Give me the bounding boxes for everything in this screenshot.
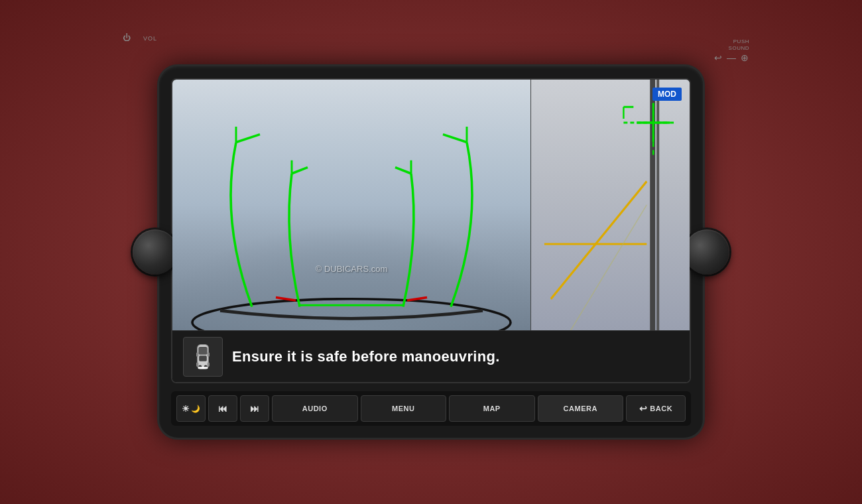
camera-views: © DUBICARS.com MOD	[172, 80, 690, 330]
mod-badge: MOD	[652, 88, 682, 101]
left-knob-labels: ⏻ VOL	[123, 33, 157, 42]
svg-rect-24	[198, 347, 207, 355]
svg-line-1	[236, 135, 260, 143]
skip-forward-button[interactable]: ⏭	[240, 395, 269, 422]
svg-line-10	[407, 297, 427, 300]
vol-label: VOL	[143, 35, 157, 42]
svg-point-0	[192, 299, 511, 330]
svg-line-3	[292, 167, 308, 173]
car-icon-box	[183, 337, 223, 377]
svg-rect-32	[198, 367, 208, 369]
menu-button[interactable]: MENU	[361, 395, 447, 422]
infotainment-unit: ⏻ VOL PUSH SOUND ↩ — ⊕	[159, 66, 703, 438]
parking-guide-lines	[172, 80, 530, 330]
skip-back-icon: ⏮	[218, 403, 228, 414]
warning-text: Ensure it is safe before manoeuvring.	[232, 348, 500, 365]
sun-icon: ☀	[182, 404, 190, 414]
map-button[interactable]: MAP	[449, 395, 535, 422]
svg-rect-13	[656, 80, 659, 330]
camera-button[interactable]: CAMERA	[538, 395, 624, 422]
svg-line-22	[571, 205, 647, 330]
watermark: © DUBICARS.com	[316, 264, 388, 274]
svg-rect-25	[196, 352, 198, 357]
skip-back-button[interactable]: ⏮	[208, 395, 237, 422]
right-knob-labels: PUSH SOUND ↩ — ⊕	[714, 38, 749, 63]
day-night-button[interactable]: ☀ 🌙	[176, 395, 206, 422]
menu-knob[interactable]	[684, 229, 729, 275]
svg-rect-29	[199, 355, 207, 361]
skip-forward-icon: ⏭	[250, 403, 260, 414]
back-button[interactable]: ↩ BACK	[626, 395, 686, 422]
camera-label: CAMERA	[564, 405, 597, 412]
svg-rect-26	[208, 352, 210, 357]
zoom-out-icon: ↩	[714, 52, 723, 63]
volume-knob[interactable]	[133, 229, 178, 275]
main-camera-view: © DUBICARS.com	[172, 80, 530, 330]
svg-line-4	[395, 167, 411, 173]
back-label: BACK	[650, 405, 672, 412]
svg-line-9	[276, 297, 296, 300]
controls-bar: ☀ 🌙 ⏮ ⏭ AUDIO MENU MAP	[171, 391, 691, 426]
svg-rect-27	[196, 362, 198, 367]
svg-rect-28	[208, 362, 210, 367]
zoom-in-icon: ⊕	[741, 52, 749, 63]
svg-line-2	[443, 135, 467, 143]
side-guide-lines	[531, 80, 690, 330]
moon-icon: 🌙	[191, 405, 201, 413]
warning-bar: Ensure it is safe before manoeuvring.	[172, 330, 690, 382]
infotainment-screen: © DUBICARS.com MOD	[171, 78, 691, 383]
back-arrow-icon: ↩	[639, 403, 648, 414]
svg-line-20	[551, 182, 646, 299]
car-top-view-icon	[190, 344, 216, 370]
zoom-dash-icon: —	[727, 52, 737, 63]
audio-label: AUDIO	[302, 405, 328, 412]
audio-button[interactable]: AUDIO	[272, 395, 358, 422]
car-interior: ⏻ VOL PUSH SOUND ↩ — ⊕	[0, 0, 862, 504]
push-sound-label: PUSH SOUND	[729, 38, 749, 51]
menu-label: MENU	[392, 405, 414, 412]
power-label: ⏻	[123, 33, 131, 42]
side-camera-view: MOD	[530, 80, 690, 330]
map-label: MAP	[483, 405, 501, 412]
